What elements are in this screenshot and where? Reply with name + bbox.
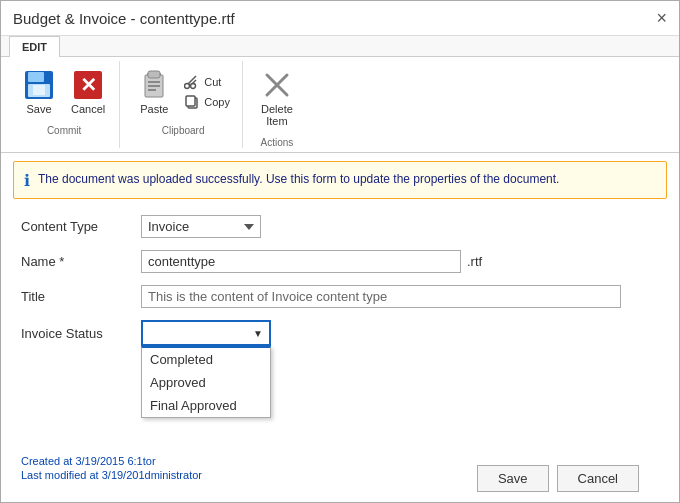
status-option-final-approved[interactable]: Final Approved xyxy=(142,394,270,417)
name-input[interactable] xyxy=(141,250,461,273)
modified-meta: Last modified at 3/19/201dministrator xyxy=(21,469,457,481)
invoice-status-button[interactable]: ▼ xyxy=(141,320,271,346)
form-area: Content Type Invoice Budget Name .rtf Ti… xyxy=(1,207,679,455)
title-input[interactable] xyxy=(141,285,621,308)
title-label: Title xyxy=(21,289,141,304)
title-control xyxy=(141,285,659,308)
name-label: Name xyxy=(21,254,141,269)
cut-icon xyxy=(184,74,200,90)
content-type-select[interactable]: Invoice Budget xyxy=(141,215,261,238)
svg-rect-1 xyxy=(28,72,44,82)
svg-point-14 xyxy=(185,84,190,89)
dropdown-arrow-icon: ▼ xyxy=(253,328,263,339)
svg-point-15 xyxy=(191,84,196,89)
title-bar: Budget & Invoice - contenttype.rtf × xyxy=(1,1,679,36)
paste-label: Paste xyxy=(140,103,168,115)
invoice-status-label: Invoice Status xyxy=(21,326,141,341)
tab-edit[interactable]: EDIT xyxy=(9,36,60,57)
close-button[interactable]: × xyxy=(656,9,667,27)
save-ribbon-label: Save xyxy=(26,103,51,115)
delete-item-label: DeleteItem xyxy=(261,103,293,127)
cut-button[interactable]: Cut xyxy=(180,72,234,92)
svg-rect-17 xyxy=(186,96,195,106)
dialog: Budget & Invoice - contenttype.rtf × EDI… xyxy=(0,0,680,503)
modified-text: Last modified at 3/19/201 xyxy=(21,469,145,481)
meta-section: Created at 3/19/2015 6:1tor Last modifie… xyxy=(21,455,457,483)
small-buttons: Cut Copy xyxy=(180,65,234,119)
created-by: tor xyxy=(143,455,156,467)
cancel-icon: ✕ xyxy=(72,69,104,101)
clipboard-buttons: Paste Cut xyxy=(132,61,234,123)
clipboard-group-label: Clipboard xyxy=(162,123,205,136)
copy-icon xyxy=(184,94,200,110)
svg-rect-11 xyxy=(148,89,156,91)
copy-label: Copy xyxy=(204,96,230,108)
commit-group-label: Commit xyxy=(47,123,81,136)
ribbon-content: Save ✕ Cancel Commit xyxy=(1,56,679,152)
footer-buttons: Save Cancel xyxy=(457,455,659,502)
invoice-status-list: Completed Approved Final Approved xyxy=(141,346,271,418)
ribbon-group-commit: Save ✕ Cancel Commit xyxy=(9,61,120,148)
paste-button[interactable]: Paste xyxy=(132,65,176,119)
dialog-title: Budget & Invoice - contenttype.rtf xyxy=(13,10,235,27)
ribbon-group-actions: DeleteItem Actions xyxy=(247,61,307,148)
created-text: Created at 3/19/2015 6:1 xyxy=(21,455,143,467)
delete-icon xyxy=(261,69,293,101)
save-icon xyxy=(23,69,55,101)
svg-rect-9 xyxy=(148,81,160,83)
ribbon: EDIT Save xyxy=(1,36,679,153)
svg-line-12 xyxy=(188,76,196,84)
footer-cancel-button[interactable]: Cancel xyxy=(557,465,639,492)
svg-text:✕: ✕ xyxy=(80,74,97,96)
name-control: .rtf xyxy=(141,250,659,273)
cancel-ribbon-button[interactable]: ✕ Cancel xyxy=(65,65,111,119)
status-option-approved[interactable]: Approved xyxy=(142,371,270,394)
save-ribbon-button[interactable]: Save xyxy=(17,65,61,119)
copy-button[interactable]: Copy xyxy=(180,92,234,112)
info-icon: ℹ xyxy=(24,171,30,190)
footer-save-button[interactable]: Save xyxy=(477,465,549,492)
cut-label: Cut xyxy=(204,76,221,88)
ribbon-tabs: EDIT xyxy=(1,36,679,56)
bottom-row: Created at 3/19/2015 6:1tor Last modifie… xyxy=(1,455,679,502)
status-option-completed[interactable]: Completed xyxy=(142,348,270,371)
invoice-status-row: Invoice Status ▼ Completed Approved Fina… xyxy=(21,320,659,346)
svg-rect-10 xyxy=(148,85,160,87)
cancel-ribbon-label: Cancel xyxy=(71,103,105,115)
name-suffix: .rtf xyxy=(467,254,482,269)
content-type-row: Content Type Invoice Budget xyxy=(21,215,659,238)
content-type-label: Content Type xyxy=(21,219,141,234)
commit-buttons: Save ✕ Cancel xyxy=(17,61,111,123)
content-type-control: Invoice Budget xyxy=(141,215,659,238)
invoice-status-dropdown: ▼ Completed Approved Final Approved xyxy=(141,320,271,346)
paste-icon xyxy=(138,69,170,101)
actions-group-label: Actions xyxy=(261,135,294,148)
delete-item-button[interactable]: DeleteItem xyxy=(255,65,299,131)
invoice-status-control: ▼ Completed Approved Final Approved xyxy=(141,320,659,346)
created-meta: Created at 3/19/2015 6:1tor xyxy=(21,455,457,467)
banner-text: The document was uploaded successfully. … xyxy=(38,170,559,188)
name-row: Name .rtf xyxy=(21,250,659,273)
ribbon-group-clipboard: Paste Cut xyxy=(124,61,243,148)
info-banner: ℹ The document was uploaded successfully… xyxy=(13,161,667,199)
actions-buttons: DeleteItem xyxy=(255,61,299,135)
modified-by: dministrator xyxy=(145,469,202,481)
svg-rect-3 xyxy=(33,85,45,95)
svg-rect-8 xyxy=(148,71,160,78)
title-row: Title xyxy=(21,285,659,308)
